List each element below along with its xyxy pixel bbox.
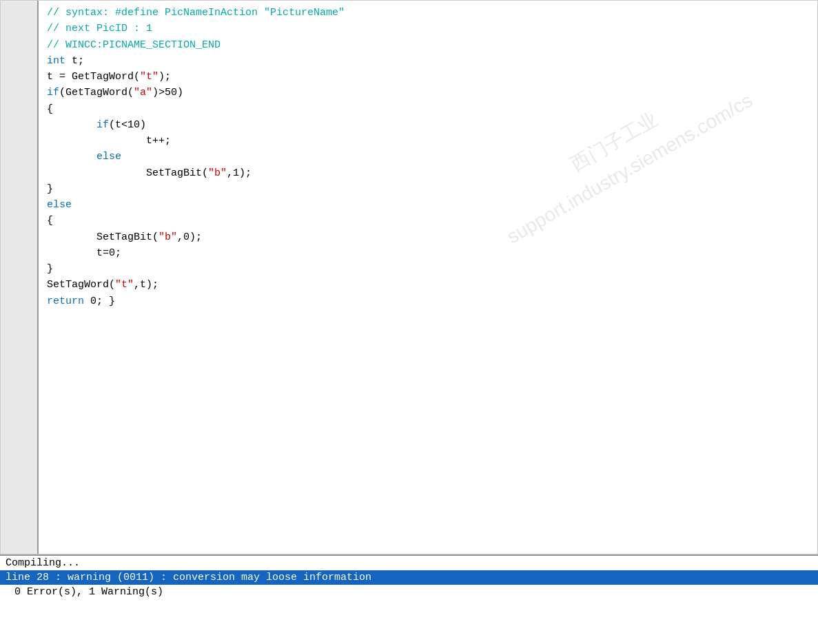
code-line: return 0; } xyxy=(47,293,809,309)
compiling-line: Compiling... xyxy=(0,556,818,570)
code-line: int t; xyxy=(47,53,809,69)
line-gutter xyxy=(1,1,39,554)
code-panel[interactable]: // syntax: #define PicNameInAction "Pict… xyxy=(39,1,817,554)
code-line: SetTagWord("t",t); xyxy=(47,277,809,293)
code-line: } xyxy=(47,181,809,197)
code-line: else xyxy=(47,197,809,213)
code-line: { xyxy=(47,101,809,117)
editor-area: // syntax: #define PicNameInAction "Pict… xyxy=(0,0,818,554)
code-line: if(t<10) xyxy=(47,117,809,133)
summary-line: 0 Error(s), 1 Warning(s) xyxy=(0,585,818,599)
code-line xyxy=(47,389,809,405)
code-line: } xyxy=(47,261,809,277)
code-line: // next PicID : 1 xyxy=(47,21,809,37)
code-line: t++; xyxy=(47,133,809,149)
code-line xyxy=(47,373,809,389)
code-line: t = GetTagWord("t"); xyxy=(47,69,809,85)
code-line: SetTagBit("b",1); xyxy=(47,165,809,181)
code-line: if(GetTagWord("a")>50) xyxy=(47,85,809,101)
code-line: // syntax: #define PicNameInAction "Pict… xyxy=(47,5,809,21)
code-line xyxy=(47,325,809,341)
code-line: { xyxy=(47,213,809,229)
output-area: Compiling... line 28 : warning (0011) : … xyxy=(0,554,818,644)
warning-line: line 28 : warning (0011) : conversion ma… xyxy=(0,570,818,585)
code-line: else xyxy=(47,149,809,165)
code-line: SetTagBit("b",0); xyxy=(47,229,809,245)
code-line xyxy=(47,357,809,373)
code-line: t=0; xyxy=(47,245,809,261)
code-line xyxy=(47,309,809,325)
code-line: // WINCC:PICNAME_SECTION_END xyxy=(47,37,809,53)
code-line xyxy=(47,341,809,357)
